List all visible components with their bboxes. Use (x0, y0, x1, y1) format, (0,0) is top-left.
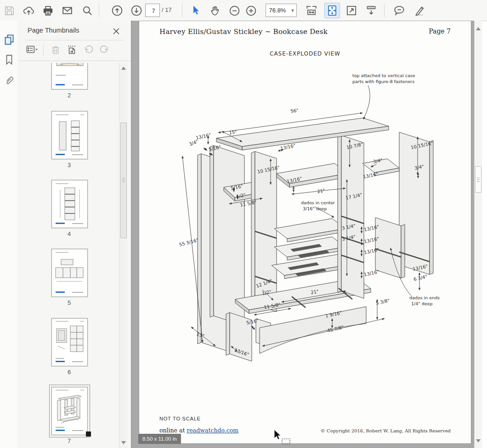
share-upload-button[interactable] (21, 3, 36, 18)
acrobat-window: / 17 76.8% ▼ (0, 0, 487, 448)
undo-icon (83, 44, 95, 56)
highlight-button[interactable] (412, 3, 426, 18)
thumbnail-page-2[interactable] (51, 63, 88, 90)
document-scrollbar-thumb[interactable] (475, 166, 481, 193)
fit-page-button[interactable] (324, 3, 340, 18)
full-screen-button[interactable] (344, 3, 359, 18)
document-scrollbar[interactable] (474, 21, 482, 448)
thumbnail-page-number: 3 (51, 162, 87, 168)
email-icon (61, 5, 74, 17)
scroll-down-arrow[interactable] (121, 441, 126, 444)
next-page-button[interactable] (129, 3, 144, 18)
page-thumbnails-tab[interactable] (3, 34, 15, 45)
page-number-input[interactable] (146, 4, 161, 17)
scroll-up-arrow[interactable] (121, 67, 126, 70)
page-up-icon (111, 4, 124, 17)
attachments-tab[interactable] (3, 74, 15, 86)
thumbnail-page-number: 7 (51, 437, 87, 444)
thumbnail-options-button[interactable] (25, 43, 39, 56)
email-button[interactable] (60, 3, 74, 18)
fit-width-icon (305, 4, 318, 17)
page-size-badge: 8.50 x 11.00 in (138, 434, 181, 444)
print-icon (42, 5, 54, 17)
zoom-in-button[interactable] (244, 3, 258, 18)
thumbnail-scrollbar-thumb[interactable] (120, 123, 127, 238)
thumbnail-preview (52, 249, 87, 297)
close-panel-button[interactable] (112, 27, 121, 36)
online-prefix: online at (159, 427, 187, 434)
readwatchdo-link[interactable]: readwatchdo.com (187, 427, 238, 434)
pointer-icon (189, 5, 201, 17)
bookmark-icon (3, 54, 15, 66)
comment-button[interactable] (392, 3, 407, 18)
page-number-box (145, 4, 160, 17)
divider (17, 61, 131, 61)
page-thumbnails-icon (3, 34, 15, 45)
page-thumbnails-panel: Page Thumbnails 2 (17, 21, 131, 448)
selection-corner-marker (86, 431, 91, 437)
delete-pages-button[interactable] (49, 43, 62, 56)
document-pane: Harvey Ellis/Gustav Stickley ~ Bookcase … (131, 21, 475, 448)
thumbnail-preview (52, 319, 87, 366)
redo-icon (98, 44, 110, 56)
toolbar-separator (182, 4, 182, 17)
mouse-cursor (274, 429, 295, 445)
highlighter-icon (413, 4, 425, 17)
trash-icon (50, 44, 62, 56)
print-button[interactable] (40, 3, 55, 18)
zoom-level-value: 76.8% (266, 7, 289, 14)
toolbar-hide-icon (365, 4, 378, 17)
search-button[interactable] (80, 3, 95, 18)
dimension-label: 13/16" (363, 269, 379, 277)
thumbnail-page-4[interactable] (51, 180, 88, 228)
navigation-pane-strip (0, 21, 18, 448)
zoom-level-dropdown[interactable]: 76.8% ▼ (266, 4, 297, 17)
previous-page-button[interactable] (110, 3, 125, 18)
drawing-note: parts with figure-8 fasteners (352, 79, 414, 84)
main-toolbar: / 17 76.8% ▼ (0, 0, 487, 21)
options-list-icon (25, 44, 38, 56)
thumbnail-page-6[interactable] (51, 318, 88, 366)
dimension-label: 5 3/8" (375, 298, 390, 306)
select-tool-button[interactable] (188, 3, 203, 18)
thumbnail-page-number: 5 (51, 299, 87, 306)
scroll-up-arrow[interactable] (476, 27, 481, 30)
thumbnail-page-5[interactable] (51, 249, 88, 297)
redo-button[interactable] (97, 43, 111, 56)
page-down-icon (130, 4, 143, 17)
drawing-note: 3/16" deep (303, 206, 327, 211)
dimension-label: 13/16" (362, 171, 379, 179)
comment-icon (393, 4, 406, 17)
toolbar-separator (99, 4, 99, 17)
zoom-out-button[interactable] (227, 3, 242, 18)
thumbnail-preview (52, 112, 87, 159)
drawing-note: top attached to vertical case (352, 73, 415, 78)
close-icon (112, 27, 120, 35)
dimension-label: 21" (317, 188, 325, 194)
hand-tool-button[interactable] (208, 3, 222, 18)
extract-pages-button[interactable] (65, 43, 79, 56)
hide-toolbar-button[interactable] (364, 3, 379, 18)
fit-width-button[interactable] (304, 3, 319, 18)
save-button[interactable] (2, 3, 17, 18)
divider (25, 40, 124, 40)
panel-title: Page Thumbnails (28, 27, 79, 34)
pdf-page: Harvey Ellis/Gustav Stickley ~ Bookcase … (139, 21, 471, 444)
paperclip-icon (3, 74, 15, 86)
thumbnail-list: 2 3 4 5 6 7 (17, 63, 119, 448)
dimension-label: 55 3/16" (179, 237, 199, 247)
cloud-upload-icon (23, 5, 35, 17)
thumbnail-page-number: 6 (51, 369, 87, 375)
thumbnail-scrollbar[interactable] (119, 63, 127, 448)
thumbnail-preview (52, 63, 87, 89)
thumbnail-page-number: 4 (51, 230, 87, 237)
drawing-note: dados in center (301, 200, 335, 205)
thumbnail-page-7-selected[interactable] (51, 387, 88, 435)
dimension-label: 56" (290, 108, 299, 114)
scroll-down-arrow[interactable] (476, 439, 481, 442)
undo-button[interactable] (82, 43, 96, 56)
thumbnail-page-3[interactable] (51, 111, 88, 159)
dimension-label: 13/16" (195, 132, 211, 140)
chevron-down-icon: ▼ (289, 8, 296, 13)
bookmarks-tab[interactable] (3, 54, 15, 66)
